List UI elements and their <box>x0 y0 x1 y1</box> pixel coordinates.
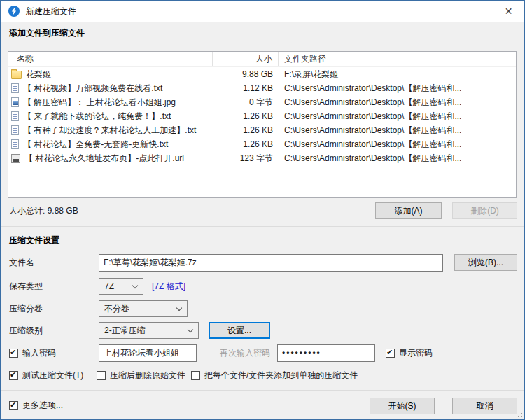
resize-grip[interactable] <box>521 416 522 417</box>
window-title: 新建压缩文件 <box>26 1 76 22</box>
file-name: 【 村花论坛】全免费-无套路-更新快.txt <box>23 139 168 150</box>
file-size: 1.26 KB <box>213 111 279 121</box>
table-row[interactable]: 【 村花视频】万部视频免费在线看.txt 1.12 KB C:\Users\Ad… <box>8 81 516 95</box>
test-archive-checkbox[interactable] <box>9 371 18 380</box>
add-button[interactable]: 添加(A) <box>375 202 442 219</box>
total-size-label: 大小总计: 9.88 GB <box>9 202 78 219</box>
file-size: 0 字节 <box>213 97 279 108</box>
volume-label: 压缩分卷 <box>9 300 43 317</box>
save-type-label: 保存类型 <box>9 278 43 295</box>
file-name: 【 村花视频】万部视频免费在线看.txt <box>23 83 162 94</box>
text-file-icon <box>11 139 19 149</box>
text-file-icon <box>11 125 19 135</box>
file-name: 花梨姬 <box>26 69 51 80</box>
delete-button: 删除(D) <box>452 202 517 219</box>
footer-divider <box>1 390 524 391</box>
level-label: 压缩级别 <box>9 322 43 339</box>
volume-select[interactable]: 不分卷 <box>99 300 188 317</box>
file-size: 1.26 KB <box>213 125 279 135</box>
start-button[interactable]: 开始(S) <box>370 398 435 414</box>
file-path: C:\Users\Administrator\Desktop\【解压密码和... <box>279 139 516 150</box>
table-row[interactable]: 【 来了就能下载的论坛，纯免费！】.txt 1.26 KB C:\Users\A… <box>8 109 516 123</box>
show-password-checkbox[interactable] <box>386 349 395 358</box>
reenter-password-input[interactable]: ••••••••• <box>277 344 375 362</box>
titlebar[interactable]: 新建压缩文件 ✕ <box>1 1 524 22</box>
delete-after-compress-label[interactable]: 压缩后删除原始文件 <box>110 367 186 384</box>
text-file-icon <box>11 111 19 121</box>
chevron-down-icon <box>132 283 138 288</box>
file-name: 【 村花论坛永久地址发布页】-点此打开.url <box>24 153 184 164</box>
more-options-checkbox[interactable] <box>9 401 18 410</box>
chevron-down-icon <box>188 327 193 332</box>
file-path: C:\Users\Administrator\Desktop\【解压密码和... <box>279 111 516 122</box>
file-size: 9.88 GB <box>213 69 279 79</box>
file-name: 【 来了就能下载的论坛，纯免费！】.txt <box>23 111 171 122</box>
enter-password-checkbox[interactable] <box>9 349 18 358</box>
table-row[interactable]: 花梨姬 9.88 GB F:\录屏\花梨姬 <box>8 67 516 81</box>
table-row[interactable]: 【 村花论坛永久地址发布页】-点此打开.url 123 字节 C:\Users\… <box>8 151 516 165</box>
chevron-down-icon <box>176 305 182 311</box>
column-header-name[interactable]: 名称 <box>8 52 213 66</box>
file-path: F:\录屏\花梨姬 <box>279 69 516 80</box>
level-select[interactable]: 2-正常压缩 <box>99 322 199 339</box>
file-name: 【 有种子却没速度？来村花论坛人工加速】.txt <box>23 125 196 136</box>
table-row[interactable]: 【 村花论坛】全免费-无套路-更新快.txt 1.26 KB C:\Users\… <box>8 137 516 151</box>
filename-label: 文件名 <box>9 254 34 271</box>
url-file-icon <box>11 154 20 163</box>
close-icon: ✕ <box>505 6 513 17</box>
file-path: C:\Users\Administrator\Desktop\【解压密码和... <box>279 125 516 136</box>
column-header-size[interactable]: 大小 <box>213 52 279 66</box>
settings-button[interactable]: 设置... <box>209 322 270 339</box>
cancel-button[interactable]: 取消 <box>452 398 517 414</box>
file-name: 【 解压密码】： 上村花论坛看小姐姐.jpg <box>23 97 176 108</box>
separate-archives-checkbox[interactable] <box>191 371 200 380</box>
filename-input[interactable]: F:\草莓\花梨姬\花梨姬.7z <box>99 254 443 272</box>
reenter-password-label: 再次输入密码 <box>220 344 270 361</box>
separate-archives-label[interactable]: 把每个文件/文件夹添加到单独的压缩文件 <box>204 367 358 384</box>
bandizip-logo-icon <box>8 6 20 17</box>
new-archive-dialog: 新建压缩文件 ✕ 添加文件到压缩文件 名称 大小 文件夹路径 花梨姬 9.88 … <box>0 0 525 420</box>
panel-divider <box>1 226 524 227</box>
file-size: 123 字节 <box>213 153 279 164</box>
format-link[interactable]: [7Z 格式] <box>152 278 186 295</box>
level-value: 2-正常压缩 <box>104 326 146 335</box>
save-type-value: 7Z <box>104 281 114 291</box>
more-options-label[interactable]: 更多选项... <box>22 397 63 414</box>
volume-value: 不分卷 <box>104 304 130 314</box>
save-type-select[interactable]: 7Z <box>99 278 144 295</box>
column-header-path[interactable]: 文件夹路径 <box>279 52 516 66</box>
enter-password-label[interactable]: 输入密码 <box>22 344 56 361</box>
browse-button[interactable]: 浏览(B)... <box>454 254 517 271</box>
table-row[interactable]: 【 有种子却没速度？来村花论坛人工加速】.txt 1.26 KB C:\User… <box>8 123 516 137</box>
password-input[interactable]: 上村花论坛看小姐姐 <box>99 344 197 362</box>
close-button[interactable]: ✕ <box>493 1 524 22</box>
file-size: 1.26 KB <box>213 139 279 149</box>
file-path: C:\Users\Administrator\Desktop\【解压密码和... <box>279 97 516 108</box>
test-archive-label[interactable]: 测试压缩文件(T) <box>22 367 83 384</box>
file-size: 1.12 KB <box>213 83 279 93</box>
table-row[interactable]: 【 解压密码】： 上村花论坛看小姐姐.jpg 0 字节 C:\Users\Adm… <box>8 95 516 109</box>
delete-after-compress-checkbox[interactable] <box>97 371 106 380</box>
text-file-icon <box>11 83 19 93</box>
file-path: C:\Users\Administrator\Desktop\【解压密码和... <box>279 153 516 164</box>
image-file-icon <box>11 97 19 107</box>
section-header-add-files: 添加文件到压缩文件 <box>9 27 85 39</box>
show-password-label[interactable]: 显示密码 <box>399 344 433 361</box>
folder-icon <box>11 71 22 79</box>
table-header: 名称 大小 文件夹路径 <box>8 52 516 67</box>
section-header-archive-settings: 压缩文件设置 <box>9 234 59 246</box>
file-path: C:\Users\Administrator\Desktop\【解压密码和... <box>279 83 516 94</box>
file-table: 名称 大小 文件夹路径 花梨姬 9.88 GB F:\录屏\花梨姬 【 村花视频… <box>8 51 517 198</box>
